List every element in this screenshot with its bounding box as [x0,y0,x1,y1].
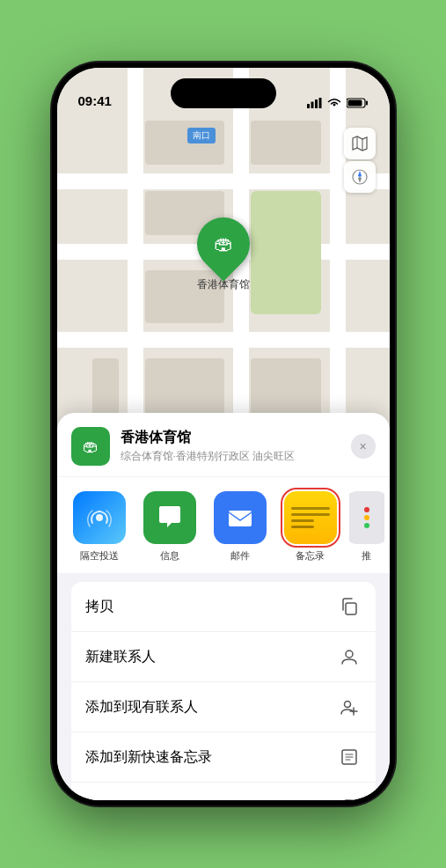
more-label: 推 [362,549,371,563]
action-copy[interactable]: 拷贝 [71,582,376,632]
airdrop-label: 隔空投送 [80,549,119,563]
pin-stadium-icon: 🏟 [214,232,233,255]
svg-point-12 [344,702,350,708]
notes-line-4 [291,526,314,528]
mail-label: 邮件 [230,549,250,563]
status-time: 09:41 [78,93,112,110]
wifi-icon [327,98,341,108]
pin-icon: 🏟 [186,207,260,282]
share-item-airdrop[interactable]: 隔空投送 [68,491,131,563]
mail-icon [225,503,255,533]
action-list: 拷贝 新建联系人 [71,582,376,800]
share-item-messages[interactable]: 信息 [138,491,201,563]
map-type-button[interactable] [344,128,376,159]
status-icons [307,98,369,110]
share-item-more[interactable]: 推 [349,491,384,563]
action-quick-note[interactable]: 添加到新快速备忘录 [71,732,376,783]
svg-rect-9 [229,511,252,526]
sheet-logo: 🏟 [71,427,110,466]
notes-line-1 [291,507,330,510]
map-pin: 🏟 香港体育馆 [197,217,250,292]
messages-icon [155,503,185,533]
notes-icon-wrap [284,491,337,544]
signal-icon [307,98,322,108]
sheet-title: 香港体育馆 [121,429,351,447]
share-row: 隔空投送 信息 [57,477,390,573]
svg-point-11 [346,651,353,658]
action-print[interactable]: 打印 [71,783,376,800]
map-block2 [251,121,321,165]
messages-icon-wrap [143,491,196,544]
map-road-v3 [330,68,346,446]
sheet-header: 🏟 香港体育馆 综合体育馆·香港特别行政区 油尖旺区 × [57,413,390,476]
copy-icon [337,594,362,619]
sheet-close-button[interactable]: × [351,434,376,459]
share-item-mail[interactable]: 邮件 [208,491,272,563]
airdrop-icon-wrap [73,491,126,544]
notes-line-2 [291,513,330,516]
compass-icon [352,169,368,185]
action-add-contact[interactable]: 添加到现有联系人 [71,682,376,732]
sheet-logo-icon: 🏟 [83,438,99,456]
action-add-contact-label: 添加到现有联系人 [85,698,198,717]
airdrop-icon [85,504,113,532]
location-button[interactable] [344,161,376,193]
map-south-label: 南口 [187,128,216,143]
phone-frame: 09:41 [52,63,395,805]
action-print-label: 打印 [85,798,113,801]
svg-rect-1 [311,102,313,109]
map-green-block1 [251,191,321,314]
add-contact-icon [337,695,362,719]
more-icon-wrap [349,491,384,544]
svg-rect-0 [307,104,310,108]
bottom-sheet: 🏟 香港体育馆 综合体育馆·香港特别行政区 油尖旺区 × [57,413,390,800]
share-item-notes[interactable]: 备忘录 [279,491,342,563]
svg-rect-2 [315,99,318,108]
sheet-subtitle: 综合体育馆·香港特别行政区 油尖旺区 [121,449,351,464]
action-new-contact[interactable]: 新建联系人 [71,632,376,682]
svg-rect-5 [366,101,368,106]
action-quick-note-label: 添加到新快速备忘录 [85,748,212,767]
svg-rect-3 [318,98,321,108]
action-copy-label: 拷贝 [85,598,113,616]
dynamic-island [171,78,276,108]
new-contact-icon [337,644,362,669]
sheet-title-area: 香港体育馆 综合体育馆·香港特别行政区 油尖旺区 [121,429,351,464]
phone-screen: 09:41 [57,68,390,800]
map-road-v1 [128,68,143,446]
svg-point-8 [96,514,103,521]
mail-icon-wrap [214,491,267,544]
svg-rect-10 [346,603,356,614]
notes-label: 备忘录 [296,549,325,563]
svg-rect-6 [347,100,362,107]
quick-note-icon [337,745,362,769]
notes-lines-icon [284,500,337,535]
messages-label: 信息 [160,549,179,563]
print-icon [337,795,362,800]
battery-icon [347,98,369,108]
notes-line-3 [291,519,314,522]
map-controls [344,128,376,193]
map-icon [351,135,369,152]
action-new-contact-label: 新建联系人 [85,648,156,666]
